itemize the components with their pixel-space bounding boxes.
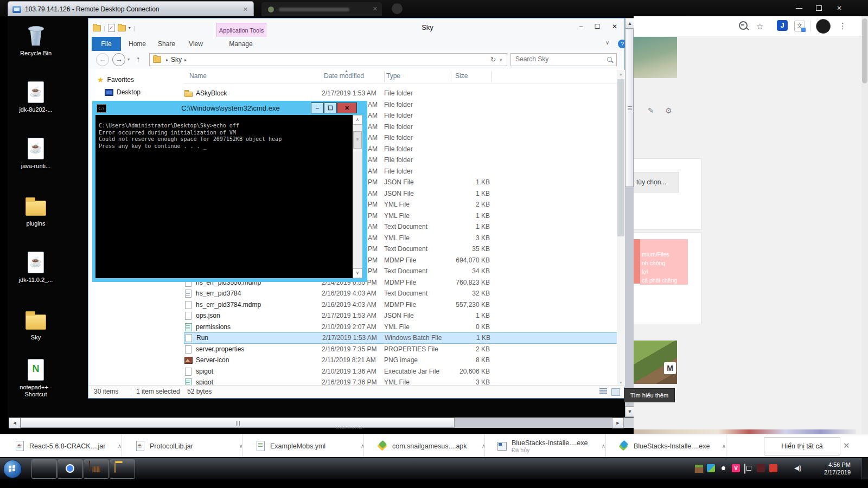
desktop-icon-plugins[interactable]: plugins bbox=[14, 194, 58, 227]
rdp-horizontal-scrollbar[interactable]: ◄ ► bbox=[9, 418, 624, 428]
table-row[interactable]: ⚙Run2/17/2019 1:53 AMWindows Batch File1… bbox=[184, 332, 618, 344]
download-item[interactable]: BlueStacks-Installe....exe∧ bbox=[620, 434, 726, 458]
browser-scrollbar-thumb[interactable] bbox=[862, 18, 867, 84]
show-all-downloads-button[interactable]: Hiển thị tất cả bbox=[764, 437, 840, 455]
translate-icon[interactable]: 文 bbox=[794, 21, 805, 31]
rdp-vertical-scrollbar[interactable]: ▲ ▼ bbox=[625, 18, 634, 417]
background-browser-tab[interactable]: ✕ bbox=[261, 2, 382, 16]
column-header-name[interactable]: Name bbox=[189, 72, 207, 80]
download-item[interactable]: BlueStacks-Installe....exeĐã hủy∧ bbox=[497, 434, 605, 458]
rdp-hscroll-thumb[interactable] bbox=[21, 418, 455, 428]
bluestacks-tray-icon[interactable] bbox=[707, 464, 715, 472]
desktop-icon-sky[interactable]: Sky bbox=[14, 308, 58, 341]
profile-avatar[interactable] bbox=[816, 19, 831, 34]
column-divider[interactable] bbox=[451, 71, 451, 82]
table-row[interactable]: hs_err_pid37842/16/2019 4:03 AMText Docu… bbox=[184, 288, 618, 299]
browser-scrollbar[interactable] bbox=[861, 16, 868, 434]
taskbar-clock[interactable]: 4:56 PM 2/17/2019 bbox=[808, 461, 851, 476]
scroll-up-icon[interactable]: ▲ bbox=[617, 70, 625, 78]
download-menu-icon[interactable]: ∧ bbox=[722, 443, 726, 449]
table-row[interactable]: hs_err_pid3784.mdmp2/16/2019 4:03 AMMDMP… bbox=[184, 299, 618, 311]
download-item[interactable]: com.snailgamesus....apk∧ bbox=[378, 434, 486, 458]
browser-menu-icon[interactable]: ⋮ bbox=[839, 21, 847, 31]
cmd-minimize-button[interactable]: – bbox=[311, 102, 324, 113]
sidebar-item-favorites[interactable]: ★ Favorites bbox=[97, 75, 134, 84]
options-chip[interactable]: tùy chọn... bbox=[634, 172, 679, 192]
desktop-icon-notepad-shortcut[interactable]: notepad++ - Shortcut bbox=[14, 358, 58, 398]
tab-manage[interactable]: Manage bbox=[216, 37, 265, 51]
tab-file[interactable]: File bbox=[92, 37, 121, 51]
cmd-titlebar[interactable]: C:\ C:\Windows\system32\cmd.exe – ☐ ✕ bbox=[92, 101, 367, 115]
show-desktop-button[interactable] bbox=[861, 458, 868, 479]
breadcrumb[interactable]: Sky bbox=[171, 56, 182, 63]
column-divider[interactable] bbox=[384, 71, 385, 82]
bookmark-star-icon[interactable]: ☆ bbox=[756, 22, 763, 31]
cmd-maximize-button[interactable]: ☐ bbox=[324, 102, 337, 113]
scroll-up-icon[interactable]: ∧ bbox=[353, 115, 362, 125]
tab-close-icon[interactable]: ✕ bbox=[373, 5, 378, 12]
column-header-size[interactable]: Size bbox=[455, 72, 468, 80]
table-row[interactable]: server.properties2/16/2019 7:35 PMPROPER… bbox=[184, 344, 618, 355]
table-row[interactable]: Server-icon2/11/2019 8:21 AMPNG image8 K… bbox=[184, 355, 618, 366]
learn-more-tooltip[interactable]: Tìm hiểu thêm bbox=[624, 388, 675, 402]
downloads-bar-close-icon[interactable]: ✕ bbox=[843, 441, 850, 451]
scroll-up-icon[interactable]: ▲ bbox=[625, 18, 634, 29]
tab-view[interactable]: View bbox=[183, 37, 209, 51]
tab-share[interactable]: Share bbox=[152, 37, 181, 51]
thumbnails-view-icon[interactable] bbox=[611, 388, 620, 396]
download-menu-icon[interactable]: ∧ bbox=[602, 443, 605, 449]
taskbar-minecraft-button[interactable] bbox=[84, 459, 109, 479]
search-box[interactable] bbox=[510, 53, 617, 66]
desktop-icon-jdk-11-0-2[interactable]: jdk-11.0.2_... bbox=[14, 251, 58, 284]
address-dropdown-icon[interactable]: ∨ bbox=[499, 57, 502, 62]
cmd-close-button[interactable]: ✕ bbox=[337, 102, 357, 113]
download-item[interactable]: ExampleMobs.yml∧ bbox=[256, 434, 365, 458]
column-header-date[interactable]: Date modified bbox=[324, 72, 364, 80]
search-icon[interactable] bbox=[607, 57, 612, 62]
details-view-icon[interactable] bbox=[599, 388, 607, 395]
table-row[interactable]: permissions2/10/2019 2:07 AMYML File0 KB bbox=[184, 322, 618, 333]
download-item[interactable]: React-5.6.8-CRACK....jar∧ bbox=[15, 434, 122, 458]
plug-tray-icon[interactable] bbox=[744, 464, 745, 474]
app-red-tray-icon[interactable] bbox=[769, 464, 777, 472]
start-button[interactable] bbox=[3, 460, 22, 478]
rdp-vscroll-thumb[interactable] bbox=[625, 29, 634, 187]
zoom-icon[interactable] bbox=[739, 21, 748, 30]
batch-file-icon[interactable]: ✓ bbox=[108, 24, 115, 32]
ribbon-expand-icon[interactable]: ∨ bbox=[605, 40, 609, 46]
back-button[interactable]: ← bbox=[96, 53, 109, 66]
taskbar-chrome-button[interactable] bbox=[58, 459, 83, 479]
history-dropdown-icon[interactable]: ▾ bbox=[127, 57, 130, 62]
rdp-tab-close-icon[interactable]: ✕ bbox=[243, 6, 248, 13]
console-scrollbar[interactable]: ∧ ≡ ∨ bbox=[353, 115, 362, 278]
v-app-tray-icon[interactable]: V bbox=[732, 464, 740, 472]
wrench-icon[interactable]: ⚙ bbox=[665, 106, 672, 115]
extension-j-icon[interactable]: J bbox=[777, 20, 788, 31]
desktop-icon-java-runti[interactable]: java-runti... bbox=[14, 137, 58, 170]
folder-icon[interactable] bbox=[93, 25, 101, 31]
file-list-scrollbar-thumb[interactable] bbox=[617, 79, 624, 236]
up-button[interactable]: ↑ bbox=[136, 54, 141, 63]
download-menu-icon[interactable]: ∧ bbox=[118, 443, 122, 449]
taskbar-explorer-button[interactable] bbox=[110, 459, 135, 479]
pencil-icon[interactable]: ✎ bbox=[648, 106, 654, 115]
console-scrollbar-thumb[interactable]: ≡ bbox=[353, 131, 362, 149]
taskbar-rdp-button[interactable] bbox=[31, 459, 57, 479]
console-output[interactable]: C:\Users\Administrator\Desktop\Sky>echo … bbox=[95, 115, 353, 278]
new-tab-button[interactable] bbox=[392, 3, 403, 14]
table-row[interactable]: ☕spigot2/10/2019 1:36 AMExecutable Jar F… bbox=[184, 366, 618, 377]
download-item[interactable]: ProtocolLib.jar∧ bbox=[136, 434, 243, 458]
scroll-left-icon[interactable]: ◄ bbox=[9, 418, 21, 428]
crumb-arrow-icon[interactable]: ▸ bbox=[184, 57, 187, 62]
table-row[interactable]: ASkyBlock2/17/2019 1:53 AMFile folder bbox=[184, 88, 618, 99]
table-row[interactable]: ops.json2/17/2019 1:53 AMJSON File1 KB bbox=[184, 310, 618, 322]
window-minimize-button[interactable]: — bbox=[790, 2, 808, 14]
column-divider[interactable] bbox=[322, 71, 322, 82]
forward-button[interactable]: → bbox=[112, 53, 125, 66]
scroll-down-icon[interactable]: ▼ bbox=[625, 406, 634, 417]
explorer-maximize-button[interactable]: ☐ bbox=[589, 21, 605, 33]
qat-dropdown-icon[interactable]: ▾ bbox=[129, 25, 131, 30]
refresh-icon[interactable]: ↻ bbox=[490, 56, 496, 63]
column-divider[interactable] bbox=[491, 71, 492, 82]
speaker-tray-icon[interactable]: ◀) bbox=[794, 464, 802, 472]
